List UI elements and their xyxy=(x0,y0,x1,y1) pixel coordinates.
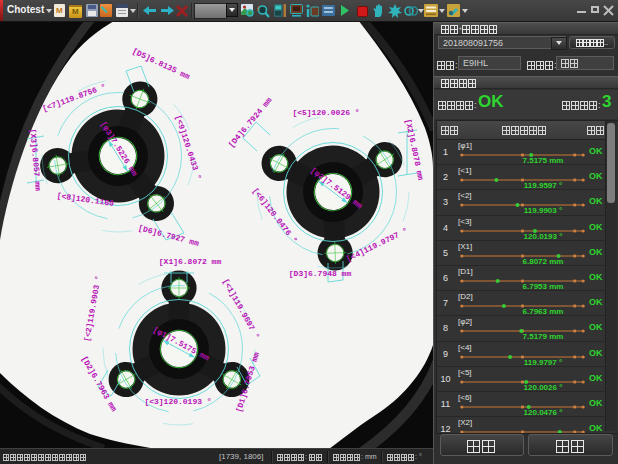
svg-text:[<5]120.0026 °: [<5]120.0026 ° xyxy=(292,108,359,117)
svg-text:[<3]120.0193 °: [<3]120.0193 ° xyxy=(144,397,211,406)
svg-text:[X1]6.8072 mm: [X1]6.8072 mm xyxy=(159,257,222,266)
svg-text:[D3]6.7948 mm: [D3]6.7948 mm xyxy=(289,269,352,278)
